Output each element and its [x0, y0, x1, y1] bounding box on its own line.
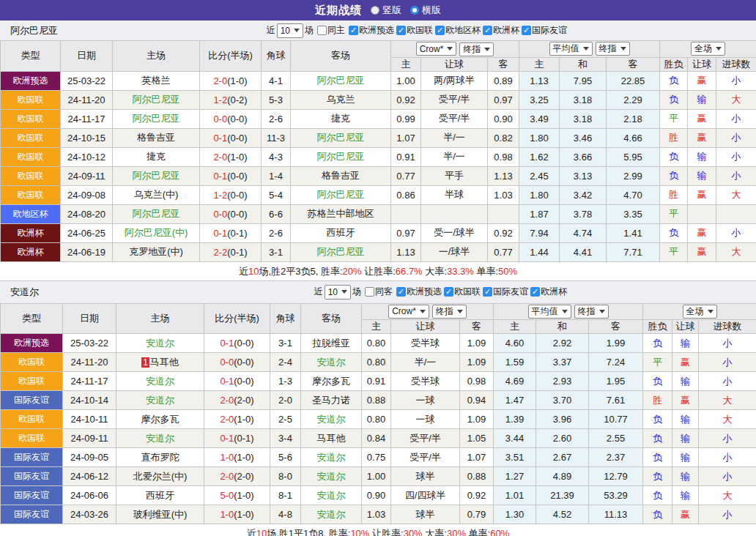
league-checkbox[interactable]: ✓欧洲杯 — [483, 24, 519, 37]
halftime-score: (1-0) — [227, 152, 247, 163]
chevron-down-icon — [294, 29, 300, 32]
avg-stage-select[interactable]: 终指 — [574, 305, 609, 319]
layout-radio-horizontal[interactable]: 横版 — [410, 4, 441, 17]
checkbox-checked-icon[interactable]: ✓ — [483, 26, 492, 35]
odds-away: 1.09 — [460, 334, 494, 353]
radio-vertical-label[interactable]: 竖版 — [382, 4, 401, 17]
type-badge: 欧国联 — [1, 372, 63, 391]
league-label[interactable]: 欧洲杯 — [541, 286, 567, 298]
result-handicap: 赢 — [672, 353, 699, 372]
odds-line: 平手 — [421, 166, 488, 185]
checkbox-checked-icon[interactable]: ✓ — [483, 287, 492, 297]
avg-source-select[interactable]: 平均值 — [528, 305, 571, 319]
avg-home: 4.60 — [494, 334, 536, 353]
league-label[interactable]: 欧洲预选 — [407, 286, 442, 298]
radio-unchecked-icon[interactable] — [371, 6, 379, 15]
page-title: 近期战绩 — [315, 4, 362, 18]
corner-score: 5-4 — [262, 185, 291, 204]
score: 0-1(0-0) — [200, 128, 262, 147]
away-team: 马耳他 — [301, 429, 362, 448]
fulltime-score: 1-0 — [220, 452, 234, 463]
radio-horizontal-label[interactable]: 横版 — [422, 4, 441, 17]
away-team: 阿尔巴尼亚 — [291, 71, 391, 90]
league-checkbox[interactable]: ✓欧洲杯 — [530, 286, 567, 298]
result-goals: 大 — [716, 185, 756, 204]
away-team: 安道尔 — [301, 410, 362, 429]
near-count-select[interactable]: 10 — [325, 285, 351, 299]
league-label[interactable]: 欧地区杯 — [445, 24, 481, 37]
result-handicap: 输 — [672, 467, 699, 486]
league-label[interactable]: 国际友谊 — [493, 286, 528, 298]
avg-home: 1.01 — [494, 486, 536, 505]
odds-line: 两/两球半 — [421, 71, 488, 90]
chevron-down-icon — [599, 310, 605, 313]
league-label[interactable]: 欧国联 — [454, 286, 481, 298]
table-row: 欧洲杯24-06-19克罗地亚(中)2-2(0-1)3-1阿尔巴尼亚1.13一/… — [1, 242, 756, 261]
checkbox-checked-icon[interactable]: ✓ — [530, 287, 540, 297]
checkbox-checked-icon[interactable]: ✓ — [522, 26, 531, 35]
halftime-score: (0-0) — [227, 133, 247, 144]
radio-checked-icon[interactable] — [410, 6, 419, 15]
result-handicap: 赢 — [688, 128, 716, 147]
checkbox-checked-icon[interactable]: ✓ — [349, 26, 358, 35]
home-team: 阿尔巴尼亚(中) — [113, 223, 200, 242]
summary-segment: 50% — [498, 266, 517, 277]
result-handicap — [688, 204, 716, 223]
league-label[interactable]: 欧洲预选 — [359, 24, 394, 37]
checkbox-checked-icon[interactable]: ✓ — [396, 287, 406, 297]
odds-stage-select[interactable]: 终指 — [459, 42, 494, 56]
checkbox-checked-icon[interactable]: ✓ — [444, 287, 453, 297]
away-team: 安道尔 — [301, 486, 362, 505]
summary-segment: 10 — [248, 266, 259, 277]
away-team: 安道尔 — [301, 467, 362, 486]
avg-source-select[interactable]: 平均值 — [549, 42, 593, 56]
league-checkbox[interactable]: ✓国际友谊 — [483, 286, 528, 298]
checkbox-unchecked-icon[interactable] — [365, 287, 374, 297]
avg-home: 4.69 — [494, 372, 536, 391]
league-checkbox[interactable]: ✓欧洲预选 — [349, 24, 394, 37]
chevron-down-icon — [484, 48, 490, 51]
odds-line: 一球 — [391, 391, 460, 410]
halftime-score: (0-1) — [234, 433, 253, 444]
type-badge: 欧洲预选 — [1, 71, 61, 90]
home-team: 阿尔巴尼亚 — [113, 166, 200, 185]
league-checkbox[interactable]: ✓欧国联 — [444, 286, 481, 298]
league-checkbox[interactable]: ✓欧地区杯 — [435, 24, 481, 37]
checkbox-checked-icon[interactable]: ✓ — [396, 26, 406, 35]
near-count-select[interactable]: 10 — [277, 23, 303, 38]
layout-radio-vertical[interactable]: 竖版 — [371, 4, 401, 17]
match-date: 24-10-12 — [61, 147, 113, 166]
type-badge: 欧国联 — [1, 185, 61, 204]
league-label[interactable]: 欧洲杯 — [493, 24, 519, 37]
odds-stage-select[interactable]: 终指 — [432, 305, 467, 319]
result-handicap: 输 — [688, 166, 716, 185]
halftime-score: (1-0) — [234, 414, 253, 425]
result-outcome: 负 — [643, 410, 672, 429]
away-team: 捷克 — [291, 109, 391, 128]
league-label[interactable]: 欧国联 — [407, 24, 433, 37]
fulltime-select[interactable]: 全场 — [691, 42, 725, 56]
col-type: 类型 — [1, 41, 61, 72]
away-team-name: 安道尔 — [317, 509, 346, 520]
fulltime-score: 2-0 — [213, 75, 227, 86]
avg-home: 7.94 — [519, 223, 560, 242]
same-venue-checkbox[interactable]: 同主 — [317, 24, 345, 37]
score: 1-2(0-0) — [200, 185, 262, 204]
away-team-name: 安道尔 — [317, 471, 346, 482]
odds-source-select[interactable]: Crow* — [388, 305, 429, 319]
odds-source-select[interactable]: Crow* — [416, 42, 457, 56]
avg-home: 1.30 — [494, 505, 536, 524]
result-handicap: 输 — [672, 334, 699, 353]
league-checkbox[interactable]: ✓欧洲预选 — [396, 286, 442, 298]
fulltime-score: 1-2 — [213, 94, 227, 105]
same-venue-checkbox[interactable]: 同客 — [365, 286, 393, 298]
league-label[interactable]: 国际友谊 — [532, 24, 567, 37]
league-checkbox[interactable]: ✓国际友谊 — [522, 24, 567, 37]
league-checkbox[interactable]: ✓欧国联 — [396, 24, 433, 37]
fulltime-select[interactable]: 全场 — [683, 305, 717, 319]
col-avg-away: 客 — [607, 57, 660, 71]
avg-stage-select[interactable]: 终指 — [596, 42, 630, 56]
avg-away: 53.29 — [589, 486, 643, 505]
checkbox-unchecked-icon[interactable] — [317, 26, 327, 35]
checkbox-checked-icon[interactable]: ✓ — [435, 26, 445, 35]
